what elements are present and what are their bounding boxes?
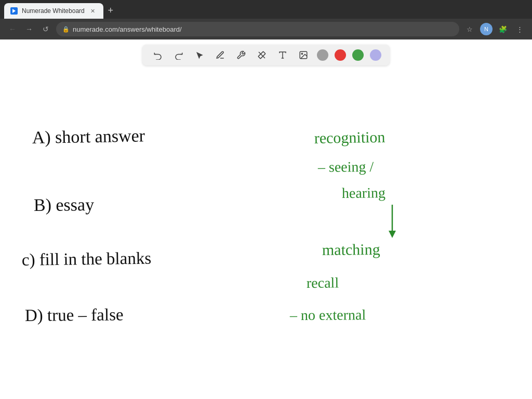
tab-title: Numerade Whiteboard (22, 7, 85, 15)
url-text: numerade.com/answers/whiteboard/ (73, 25, 182, 33)
text-a-short-answer: A) short answer (32, 126, 145, 148)
text-matching: matching (322, 241, 380, 258)
text-d-true-false: D) true – false (25, 305, 124, 325)
bookmark-button[interactable]: ☆ (463, 23, 476, 35)
forward-button[interactable]: → (23, 23, 35, 35)
text-recall: recall (307, 274, 339, 291)
arrow-head (389, 231, 396, 238)
extensions-button[interactable]: 🧩 (497, 23, 509, 35)
tab-close-button[interactable]: ✕ (89, 7, 97, 15)
text-hearing: hearing (342, 184, 385, 201)
text-seeing: – seeing / (317, 158, 374, 175)
text-recognition: recognition (314, 128, 385, 147)
profile-icon: N (480, 23, 493, 35)
text-b-essay: B) essay (34, 195, 94, 215)
address-bar: ← → ↺ 🔒 numerade.com/answers/whiteboard/… (0, 19, 532, 39)
browser-chrome: Numerade Whiteboard ✕ + ← → ↺ 🔒 numerade… (0, 0, 532, 39)
back-button[interactable]: ← (6, 23, 19, 35)
active-tab[interactable]: Numerade Whiteboard ✕ (4, 3, 103, 19)
text-c-fill-blanks: c) fill in the blanks (22, 249, 152, 270)
url-bar[interactable]: 🔒 numerade.com/answers/whiteboard/ (56, 22, 459, 36)
whiteboard-page: A) short answer B) essay c) fill in the … (0, 39, 532, 399)
tab-favicon (10, 7, 18, 15)
reload-button[interactable]: ↺ (39, 23, 52, 35)
drawing-canvas: A) short answer B) essay c) fill in the … (0, 39, 532, 399)
profile-avatar[interactable]: N (480, 23, 493, 35)
tab-bar: Numerade Whiteboard ✕ + (0, 0, 532, 19)
new-tab-button[interactable]: + (103, 3, 118, 18)
text-no-external: – no external (289, 307, 366, 323)
lock-icon: 🔒 (62, 26, 70, 33)
svg-marker-0 (12, 9, 16, 13)
menu-button[interactable]: ⋮ (513, 23, 526, 35)
